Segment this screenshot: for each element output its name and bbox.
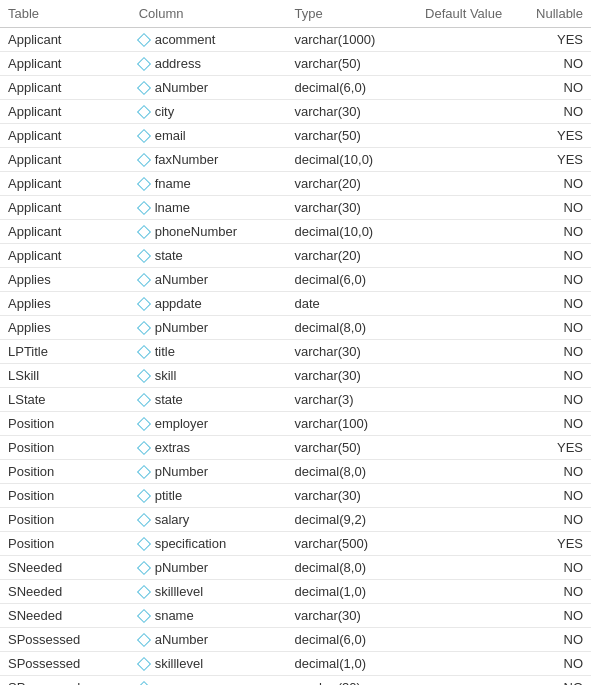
cell-nullable: YES — [528, 532, 591, 556]
cell-type: varchar(30) — [286, 604, 417, 628]
cell-table-name: LSkill — [0, 364, 131, 388]
header-nullable: Nullable — [528, 0, 591, 28]
cell-column-name: city — [131, 100, 287, 124]
header-table: Table — [0, 0, 131, 28]
cell-type: decimal(8,0) — [286, 316, 417, 340]
cell-default-value — [417, 532, 528, 556]
cell-type: varchar(20) — [286, 244, 417, 268]
table-row: SNeededpNumberdecimal(8,0)NO — [0, 556, 591, 580]
cell-column-name: faxNumber — [131, 148, 287, 172]
diamond-icon — [137, 248, 151, 262]
column-text: sname — [155, 680, 194, 685]
diamond-icon — [137, 392, 151, 406]
column-text: ptitle — [155, 488, 182, 503]
cell-type: varchar(50) — [286, 436, 417, 460]
table-row: AppliespNumberdecimal(8,0)NO — [0, 316, 591, 340]
cell-column-name: lname — [131, 196, 287, 220]
table-header-row: Table Column Type Default Value Nullable — [0, 0, 591, 28]
cell-table-name: Position — [0, 508, 131, 532]
cell-table-name: Applicant — [0, 52, 131, 76]
cell-type: decimal(10,0) — [286, 148, 417, 172]
cell-column-name: skill — [131, 364, 287, 388]
diamond-icon — [137, 224, 151, 238]
table-row: ApplicantfaxNumberdecimal(10,0)YES — [0, 148, 591, 172]
column-text: city — [155, 104, 175, 119]
column-text: sname — [155, 608, 194, 623]
column-text: lname — [155, 200, 190, 215]
table-row: Applicantlnamevarchar(30)NO — [0, 196, 591, 220]
column-text: state — [155, 392, 183, 407]
diamond-icon — [137, 440, 151, 454]
column-text: aNumber — [155, 80, 208, 95]
cell-default-value — [417, 484, 528, 508]
column-text: address — [155, 56, 201, 71]
diamond-icon — [137, 560, 151, 574]
diamond-icon — [137, 200, 151, 214]
diamond-icon — [137, 680, 151, 685]
cell-column-name: aNumber — [131, 628, 287, 652]
cell-table-name: Applies — [0, 292, 131, 316]
diamond-icon — [137, 56, 151, 70]
diamond-icon — [137, 176, 151, 190]
diamond-icon — [137, 32, 151, 46]
cell-table-name: Applicant — [0, 100, 131, 124]
table-row: Applicantcityvarchar(30)NO — [0, 100, 591, 124]
diamond-icon — [137, 344, 151, 358]
cell-column-name: pNumber — [131, 556, 287, 580]
cell-nullable: NO — [528, 76, 591, 100]
column-text: pNumber — [155, 464, 208, 479]
schema-table: Table Column Type Default Value Nullable… — [0, 0, 591, 685]
cell-table-name: Applicant — [0, 244, 131, 268]
cell-type: decimal(10,0) — [286, 220, 417, 244]
cell-table-name: SNeeded — [0, 604, 131, 628]
cell-column-name: employer — [131, 412, 287, 436]
cell-type: varchar(50) — [286, 124, 417, 148]
cell-default-value — [417, 172, 528, 196]
table-row: Applicantstatevarchar(20)NO — [0, 244, 591, 268]
cell-nullable: NO — [528, 340, 591, 364]
cell-nullable: NO — [528, 676, 591, 686]
cell-type: varchar(1000) — [286, 28, 417, 52]
diamond-icon — [137, 536, 151, 550]
cell-nullable: NO — [528, 484, 591, 508]
cell-type: decimal(6,0) — [286, 76, 417, 100]
cell-default-value — [417, 292, 528, 316]
cell-type: decimal(9,2) — [286, 508, 417, 532]
cell-type: decimal(6,0) — [286, 268, 417, 292]
table-row: Applicantaddressvarchar(50)NO — [0, 52, 591, 76]
table-row: AppliesaNumberdecimal(6,0)NO — [0, 268, 591, 292]
cell-table-name: Applicant — [0, 220, 131, 244]
cell-default-value — [417, 148, 528, 172]
column-text: pNumber — [155, 320, 208, 335]
cell-nullable: NO — [528, 556, 591, 580]
table-row: LStatestatevarchar(3)NO — [0, 388, 591, 412]
cell-column-name: ptitle — [131, 484, 287, 508]
cell-column-name: skilllevel — [131, 652, 287, 676]
column-text: state — [155, 248, 183, 263]
cell-nullable: NO — [528, 220, 591, 244]
cell-table-name: Applies — [0, 268, 131, 292]
table-row: Applicantfnamevarchar(20)NO — [0, 172, 591, 196]
column-text: aNumber — [155, 272, 208, 287]
table-row: SNeededsnamevarchar(30)NO — [0, 604, 591, 628]
cell-table-name: SPossessed — [0, 676, 131, 686]
cell-default-value — [417, 412, 528, 436]
cell-type: varchar(30) — [286, 676, 417, 686]
cell-default-value — [417, 28, 528, 52]
cell-default-value — [417, 556, 528, 580]
cell-table-name: Position — [0, 412, 131, 436]
cell-nullable: NO — [528, 508, 591, 532]
table-row: ApplicantphoneNumberdecimal(10,0)NO — [0, 220, 591, 244]
diamond-icon — [137, 296, 151, 310]
cell-default-value — [417, 220, 528, 244]
cell-type: varchar(100) — [286, 412, 417, 436]
cell-type: varchar(30) — [286, 100, 417, 124]
column-text: pNumber — [155, 560, 208, 575]
cell-nullable: NO — [528, 52, 591, 76]
cell-type: varchar(30) — [286, 484, 417, 508]
cell-column-name: extras — [131, 436, 287, 460]
cell-type: varchar(50) — [286, 52, 417, 76]
cell-table-name: Applies — [0, 316, 131, 340]
cell-default-value — [417, 652, 528, 676]
cell-default-value — [417, 268, 528, 292]
